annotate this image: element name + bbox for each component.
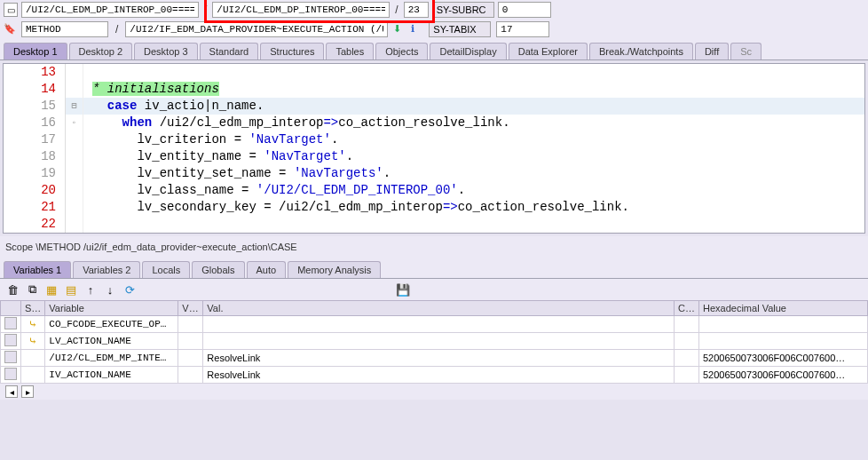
tab-break-watchpoints[interactable]: Break./Watchpoints (589, 43, 693, 59)
select-all-icon[interactable]: ▦ (44, 282, 59, 297)
code-content[interactable]: lv_entity_name = 'NavTarget'. (83, 148, 353, 165)
vartab-auto[interactable]: Auto (247, 261, 287, 278)
status-cell: ⤷ (21, 316, 45, 333)
type-cell (178, 367, 203, 384)
tab-structures[interactable]: Structures (260, 43, 324, 59)
sort-desc-icon[interactable]: ↓ (103, 282, 117, 297)
step-icon[interactable]: ⬇ (393, 23, 406, 36)
sort-asc-icon[interactable]: ↑ (83, 282, 98, 297)
variable-name-cell[interactable]: LV_ACTION_NAME (45, 333, 178, 350)
code-content[interactable]: case iv_actio|n_name. (83, 98, 264, 115)
value-cell[interactable]: ResolveLink (203, 367, 675, 384)
code-editor[interactable]: 1314* initialisations15⊟ case iv_actio|n… (3, 63, 865, 234)
code-line[interactable]: 13 (4, 64, 864, 81)
code-line[interactable]: 14* initialisations (4, 81, 864, 98)
value-cell[interactable] (203, 316, 675, 333)
variable-row[interactable]: IV_ACTION_NAMEResolveLink5200650073006F0… (1, 367, 868, 384)
main-tabstrip: Desktop 1Desktop 2Desktop 3StandardStruc… (0, 39, 868, 60)
row-handle[interactable] (4, 368, 17, 380)
vartab-variables-1[interactable]: Variables 1 (4, 261, 71, 278)
row-handle[interactable] (4, 351, 17, 363)
type-header[interactable]: V… (178, 301, 203, 316)
code-content[interactable]: lv_secondary_key = /ui2/cl_edm_mp_intero… (83, 199, 629, 216)
tab-standard[interactable]: Standard (200, 43, 259, 59)
vartab-memory-analysis[interactable]: Memory Analysis (288, 261, 381, 278)
nav-back-icon[interactable]: ▭ (4, 3, 18, 17)
code-content[interactable] (83, 64, 92, 81)
nav-next-button[interactable]: ▸ (21, 385, 34, 398)
code-line[interactable]: 21 lv_secondary_key = /ui2/cl_edm_mp_int… (4, 199, 864, 216)
sy-tabix-label (429, 21, 491, 37)
hex-cell (699, 316, 868, 333)
status-header[interactable]: S… (21, 301, 45, 316)
bookmark-icon[interactable]: 🔖 (4, 23, 16, 36)
tab-desktop-1[interactable]: Desktop 1 (4, 43, 67, 59)
method-path-field[interactable] (125, 21, 388, 37)
line-number: 13 (4, 64, 66, 81)
delete-icon[interactable]: 🗑 (5, 282, 20, 297)
code-content[interactable]: lv_criterion = 'NavTarget'. (83, 131, 338, 148)
tab-tables[interactable]: Tables (326, 43, 374, 59)
value-header[interactable]: Val. (203, 301, 675, 316)
tab-sc[interactable]: Sc (730, 43, 761, 59)
vartab-globals[interactable]: Globals (192, 261, 244, 278)
row-handle[interactable] (4, 334, 17, 346)
method-field[interactable] (21, 21, 108, 37)
code-line[interactable]: 17 lv_criterion = 'NavTarget'. (4, 131, 864, 148)
value-cell[interactable]: ResolveLink (203, 350, 675, 367)
vartab-variables-2[interactable]: Variables 2 (73, 261, 140, 278)
code-line[interactable]: 18 lv_entity_name = 'NavTarget'. (4, 148, 864, 165)
variable-name-cell[interactable]: CO_FCODE_EXECUTE_OP… (45, 316, 178, 333)
sy-subrc-value[interactable] (498, 2, 551, 18)
program-name-field-2[interactable] (212, 2, 390, 18)
collapse-icon[interactable]: ▤ (64, 282, 78, 297)
nav-prev-button[interactable]: ◂ (5, 385, 18, 398)
refresh-icon[interactable]: ⟳ (122, 282, 137, 297)
value-cell[interactable] (203, 333, 675, 350)
fold-marker (66, 64, 83, 81)
code-line[interactable]: 20 lv_class_name = '/UI2/CL_EDM_DP_INTER… (4, 182, 864, 199)
variable-header[interactable]: Variable (45, 301, 178, 316)
info-icon[interactable]: ℹ (411, 23, 423, 36)
code-content[interactable]: when /ui2/cl_edm_mp_interop=>co_action_r… (83, 115, 510, 131)
tab-desktop-2[interactable]: Desktop 2 (69, 43, 133, 59)
save-icon[interactable]: 💾 (396, 282, 410, 297)
row-handle[interactable] (4, 317, 17, 329)
code-content[interactable] (83, 216, 92, 233)
tab-diff[interactable]: Diff (695, 43, 729, 59)
sy-tabix-value[interactable] (496, 21, 549, 37)
change-header[interactable]: C… (675, 301, 699, 316)
code-content[interactable]: * initialisations (83, 81, 219, 98)
vartab-locals[interactable]: Locals (142, 261, 190, 278)
variable-name-cell[interactable]: /UI2/CL_EDM_MP_INTE… (45, 350, 178, 367)
fold-marker (66, 199, 83, 216)
code-content[interactable]: lv_entity_set_name = 'NavTargets'. (83, 165, 391, 182)
method-info-bar: 🔖 / ⬇ ℹ (0, 20, 868, 39)
status-cell (21, 367, 45, 384)
tab-desktop-3[interactable]: Desktop 3 (134, 43, 198, 59)
code-content[interactable]: lv_class_name = '/UI2/CL_EDM_DP_INTEROP_… (83, 182, 465, 199)
variable-row[interactable]: /UI2/CL_EDM_MP_INTE…ResolveLink520065007… (1, 350, 868, 367)
tab-data-explorer[interactable]: Data Explorer (509, 43, 588, 59)
tab-detaildisplay[interactable]: DetailDisplay (430, 43, 506, 59)
code-line[interactable]: 15⊟ case iv_actio|n_name. (4, 98, 864, 115)
fold-marker[interactable]: ◦ (66, 115, 83, 131)
handle-header[interactable] (1, 301, 21, 316)
fold-marker[interactable]: ⊟ (66, 98, 83, 115)
hex-header[interactable]: Hexadecimal Value (699, 301, 868, 316)
variable-row[interactable]: ⤷CO_FCODE_EXECUTE_OP… (1, 316, 868, 333)
copy-icon[interactable]: ⧉ (25, 282, 39, 297)
variable-row[interactable]: ⤷LV_ACTION_NAME (1, 333, 868, 350)
code-line[interactable]: 22 (4, 216, 864, 233)
tab-objects[interactable]: Objects (375, 43, 428, 59)
variable-toolbar: 🗑 ⧉ ▦ ▤ ↑ ↓ ⟳ 💾 (0, 279, 868, 300)
line-number: 17 (4, 131, 66, 148)
variable-name-cell[interactable]: IV_ACTION_NAME (45, 367, 178, 384)
code-line[interactable]: 19 lv_entity_set_name = 'NavTargets'. (4, 165, 864, 182)
code-line[interactable]: 16◦ when /ui2/cl_edm_mp_interop=>co_acti… (4, 115, 864, 131)
hex-cell: 5200650073006F006C007600… (699, 367, 868, 384)
program-name-field-1[interactable] (21, 2, 199, 18)
change-cell (675, 350, 699, 367)
fold-marker (66, 148, 83, 165)
line-number-field[interactable] (404, 2, 429, 18)
